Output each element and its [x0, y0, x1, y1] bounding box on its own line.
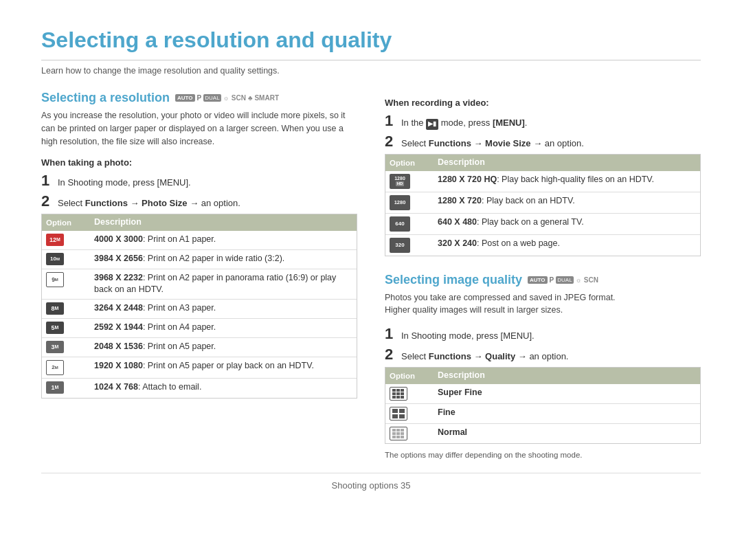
quality-table: Option Description Super Fine — [385, 367, 701, 444]
svg-rect-6 — [392, 396, 396, 399]
svg-rect-17 — [396, 432, 400, 435]
svg-rect-8 — [401, 396, 404, 399]
icon-12m: 12M — [46, 234, 64, 246]
svg-rect-11 — [392, 414, 398, 418]
table-row: 2M 1920 X 1080: Print on A5 paper or pla… — [42, 357, 357, 379]
svg-rect-14 — [396, 429, 400, 432]
video-size-table: Option Description 1280HD 1280 X 720 HQ:… — [385, 154, 701, 256]
quality-description: Photos you take are compressed and saved… — [385, 291, 701, 317]
quality-note: The options may differ depending on the … — [385, 451, 701, 459]
table-header-row: Option Description — [42, 214, 357, 231]
left-column: Selecting a resolution AUTO P DUAL ☼ SCN… — [41, 91, 357, 459]
icon-320: 320 — [390, 238, 410, 253]
table-row: 12M 4000 X 3000: Print on A1 paper. — [42, 231, 357, 250]
table-row: 640 640 X 480: Play back on a general TV… — [385, 214, 700, 235]
video-subheading: When recording a video: — [385, 98, 701, 108]
svg-rect-12 — [399, 414, 405, 418]
page-footer: Shooting options 35 — [41, 473, 701, 491]
icon-1280hd: 1280HD — [390, 174, 410, 189]
table-row: Super Fine — [385, 384, 700, 404]
quality-step1: 1 In Shooting mode, press [MENU]. — [385, 326, 701, 343]
table-row: 1M 1024 X 768: Attach to email. — [42, 379, 357, 398]
table-header-row: Option Description — [385, 368, 700, 384]
quality-step2: 2 Select Functions → Quality → an option… — [385, 347, 701, 363]
icon-fine — [390, 407, 407, 421]
video-camera-icon: ▶▮ — [426, 119, 438, 130]
page-subtitle: Learn how to change the image resolution… — [41, 66, 701, 76]
icon-5m: 5M — [46, 322, 64, 334]
svg-rect-4 — [396, 392, 400, 395]
svg-rect-1 — [396, 389, 400, 392]
svg-rect-0 — [392, 389, 396, 392]
page-title: Selecting a resolution and quality — [41, 27, 701, 60]
svg-rect-3 — [392, 392, 396, 395]
table-row: Normal — [385, 424, 700, 443]
icon-3m: 3M — [46, 341, 64, 353]
svg-rect-20 — [396, 436, 400, 438]
right-column: When recording a video: 1 In the ▶▮ mode… — [385, 91, 701, 459]
video-step1: 1 In the ▶▮ mode, press [MENU]. — [385, 113, 701, 130]
resolution-description: As you increase the resolution, your pho… — [41, 109, 357, 148]
icon-640: 640 — [390, 216, 410, 232]
svg-rect-7 — [396, 396, 400, 399]
icon-super-fine — [390, 387, 407, 401]
svg-rect-16 — [392, 432, 396, 435]
photo-subheading: When taking a photo: — [41, 157, 357, 168]
quality-section-title: Selecting image quality AUTO P DUAL ☼ SC… — [385, 273, 701, 287]
resolution-section-title: Selecting a resolution AUTO P DUAL ☼ SCN… — [41, 91, 357, 105]
video-step2: 2 Select Functions → Movie Size → an opt… — [385, 134, 701, 150]
icon-1280: 1280 — [390, 195, 410, 210]
svg-rect-15 — [401, 429, 404, 432]
icon-10m: 10M — [46, 253, 64, 265]
table-row: 8M 3264 X 2448: Print on A3 paper. — [42, 300, 357, 319]
svg-rect-19 — [392, 436, 396, 438]
table-row: 1280HD 1280 X 720 HQ: Play back high-qua… — [385, 171, 700, 192]
icon-1m: 1M — [46, 381, 64, 394]
svg-rect-5 — [401, 392, 404, 395]
table-row: 10M 3984 X 2656: Print on A2 paper in wi… — [42, 250, 357, 269]
table-header-row: Option Description — [385, 155, 700, 171]
svg-rect-21 — [401, 436, 404, 438]
icon-2m: 2M — [46, 360, 64, 375]
table-row: 3M 2048 X 1536: Print on A5 paper. — [42, 338, 357, 357]
photo-size-table: Option Description 12M 4000 X 3000: Prin… — [41, 214, 357, 399]
table-row: 320 320 X 240: Post on a web page. — [385, 235, 700, 256]
table-row: 5M 2592 X 1944: Print on A4 paper. — [42, 319, 357, 338]
table-row: Fine — [385, 404, 700, 424]
svg-rect-2 — [401, 389, 404, 392]
table-row: 1280 1280 X 720: Play back on an HDTV. — [385, 192, 700, 214]
svg-rect-9 — [392, 409, 398, 413]
photo-step2: 2 Select Functions → Photo Size → an opt… — [41, 194, 357, 210]
icon-8m: 8M — [46, 302, 64, 315]
svg-rect-18 — [401, 432, 404, 435]
icon-9m: 9M — [46, 272, 64, 287]
svg-rect-13 — [392, 429, 396, 432]
table-row: 9M 3968 X 2232: Print on A2 paper in pan… — [42, 269, 357, 300]
icon-normal — [390, 427, 407, 440]
svg-rect-10 — [399, 409, 405, 413]
photo-step1: 1 In Shooting mode, press [MENU]. — [41, 173, 357, 190]
